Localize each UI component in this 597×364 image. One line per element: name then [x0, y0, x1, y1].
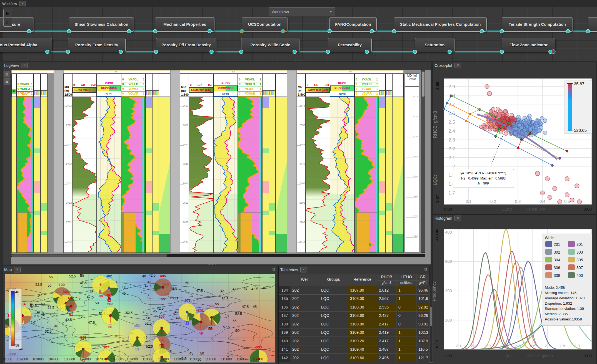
table-cell-groups[interactable]: LQC	[319, 337, 348, 345]
table-cell-gr[interactable]: 102.3	[416, 328, 429, 337]
table-cell-ref[interactable]: 3109.60	[348, 354, 377, 362]
table-cell-groups[interactable]: LQC	[319, 286, 348, 295]
table-cell-gr[interactable]: 121.7	[416, 354, 429, 362]
map-tab[interactable]: Map ✕	[4, 266, 21, 273]
table-cell-gr[interactable]: 107.9	[416, 337, 429, 345]
table-cell-litho[interactable]: 1	[396, 286, 416, 295]
logview-body[interactable]: ▤▦PHI0VKAOL10VCHLO10VEWAT1507MD [m]1:500…	[3, 70, 431, 264]
workflow-node-flow-zone-indicator[interactable]: Flow Zone Indicator	[502, 38, 555, 52]
workflows-dropdown[interactable]: Workflows ▼	[269, 7, 335, 16]
workflow-tab[interactable]: Workflow ✕	[2, 0, 26, 7]
table-cell-groups[interactable]: LQC	[319, 345, 348, 354]
map-expand-icon[interactable]: ⧉	[273, 267, 275, 271]
workflow-node-mechanical-properties[interactable]: Mechanical Properties	[155, 17, 214, 32]
tableview-expand-icon[interactable]: ⧉	[424, 267, 427, 271]
workflow-close-icon[interactable]: ✕	[19, 1, 26, 6]
workflow-node-ucscomputation[interactable]: UCSComputation	[242, 17, 288, 32]
table-cell-ref[interactable]: 3108.00	[348, 295, 377, 303]
table-cell-litho[interactable]: 0	[396, 312, 416, 320]
logview-vscrollbar[interactable]	[421, 70, 425, 253]
tableview-close-icon[interactable]: ✕	[300, 267, 307, 272]
run-workflow-button[interactable]: ▶	[3, 9, 12, 18]
workflow-node-shear-slowness-calculation[interactable]: Shear Slowness Calculation	[69, 17, 134, 32]
table-cell-litho[interactable]: 1	[396, 328, 416, 337]
table-cell-rhob[interactable]: 2.612	[377, 286, 396, 295]
table-cell-idx[interactable]: 136	[279, 303, 290, 312]
table-cell-ref[interactable]: 3109.40	[348, 345, 377, 354]
workflow-resize-handle[interactable]: ......	[295, 58, 303, 61]
logview-tool-button-1[interactable]: ▤	[4, 71, 10, 77]
step-workflow-button[interactable]: ▷	[3, 18, 12, 27]
table-cell-gr[interactable]: 93.91	[416, 320, 429, 328]
table-cell-idx[interactable]: 142	[279, 354, 290, 362]
table-vscroll-thumb[interactable]	[430, 307, 432, 326]
table-cell-groups[interactable]: LQC	[319, 303, 348, 312]
table-cell-idx[interactable]: 140	[279, 337, 290, 345]
logview-vscroll-thumb[interactable]	[422, 72, 424, 97]
table-cell-rhob[interactable]: 2.535	[377, 303, 396, 312]
table-cell-groups[interactable]: LQC	[319, 320, 348, 328]
table-cell-gr[interactable]: 96.46	[416, 286, 429, 295]
histogram-tab[interactable]: Histogram ✕	[434, 215, 461, 222]
table-cell-litho[interactable]: 1	[396, 295, 416, 303]
table-cell-groups[interactable]: LQC	[319, 354, 348, 362]
table-cell-idx[interactable]: 138	[279, 320, 290, 328]
table-cell-litho[interactable]: 1	[396, 345, 416, 354]
table-cell-idx[interactable]: 139	[279, 328, 290, 337]
table-cell-well[interactable]: 202	[290, 328, 319, 337]
table-cell-well[interactable]: 202	[290, 337, 319, 345]
workflow-node-porosity-eff-from-density[interactable]: Porosity Eff From Density	[156, 38, 216, 52]
map-body[interactable]: 5552.55047.552.5504042.54547.55052.552.5…	[5, 274, 275, 363]
table-cell-litho[interactable]: 1	[396, 337, 416, 345]
table-cell-groups[interactable]: LQC	[319, 295, 348, 303]
table-cell-well[interactable]: 202	[290, 286, 319, 295]
table-cell-rhob[interactable]: 2.487	[377, 345, 396, 354]
logview-hscrollbar[interactable]	[11, 254, 425, 257]
table-cell-ref[interactable]: 3108.30	[348, 303, 377, 312]
crossplot-body[interactable]: 2.92.82.72.62.52.42.32.22.121.91.81.70.1…	[433, 69, 596, 213]
table-cell-well[interactable]: 202	[290, 295, 319, 303]
table-cell-idx[interactable]: 135	[279, 295, 290, 303]
table-cell-rhob[interactable]: 2.495	[377, 354, 396, 362]
logview-hscroll-thumb[interactable]	[11, 254, 167, 257]
well-pie-503[interactable]: 50358	[101, 302, 119, 329]
tableview-tab[interactable]: TableView ✕	[280, 266, 307, 273]
table-cell-litho[interactable]: 1	[396, 354, 416, 362]
logview-close-icon[interactable]: ✕	[21, 63, 28, 68]
table-cell-well[interactable]: 202	[290, 345, 319, 354]
table-cell-ref[interactable]: 3108.80	[348, 320, 377, 328]
table-cell-rhob[interactable]: 2.417	[377, 320, 396, 328]
bottom-resize-handle[interactable]: ......	[208, 262, 216, 265]
table-cell-ref[interactable]: 3109.00	[348, 328, 377, 337]
workflow-node-porosity-from-density[interactable]: Porosity From Density	[68, 38, 126, 52]
table-cell-rhob[interactable]: 2.567	[377, 295, 396, 303]
workflow-node-porosity-willie-sonic[interactable]: Porosity Willie Sonic	[241, 38, 299, 52]
workflow-node-ous-potential-alpha[interactable]: ous Potential Alpha	[0, 38, 52, 52]
crossplot-tab[interactable]: Cross-plot ✕	[434, 62, 461, 69]
logview-resize-handle[interactable]: ......	[203, 258, 211, 261]
table-cell-litho[interactable]: 0	[396, 303, 416, 312]
map-close-icon[interactable]: ✕	[14, 267, 21, 272]
table-cell-idx[interactable]: 134	[279, 286, 290, 295]
well-pie-308[interactable]: 30853	[128, 324, 146, 351]
histogram-close-icon[interactable]: ✕	[454, 216, 461, 221]
table-cell-rhob[interactable]: 2.419	[377, 328, 396, 337]
table-cell-ref[interactable]: 3109.20	[348, 337, 377, 345]
table-cell-well[interactable]: 202	[290, 303, 319, 312]
table-cell-rhob[interactable]: 2.417	[377, 337, 396, 345]
table-cell-ref[interactable]: 3107.80	[348, 286, 377, 295]
table-cell-gr[interactable]: 92.82	[416, 303, 429, 312]
workflow-node-tensile-strength-computation[interactable]: Tensile Strength Computation	[502, 17, 573, 32]
histogram-body[interactable]: 2.12.22.32.42.52.62.72.82.91002003004004…	[433, 222, 596, 363]
table-cell-idx[interactable]: 141	[279, 345, 290, 354]
workflow-node-static-mechanical-properties-computation[interactable]: Static Mechanical Properties Computation	[394, 17, 487, 32]
table-vscrollbar[interactable]	[429, 286, 433, 363]
table-cell-groups[interactable]: LQC	[319, 328, 348, 337]
crossplot-close-icon[interactable]: ✕	[454, 63, 461, 68]
table-cell-idx[interactable]: 137	[279, 312, 290, 320]
table-cell-well[interactable]: 202	[290, 354, 319, 362]
table-cell-litho[interactable]: 0	[396, 320, 416, 328]
table-cell-gr[interactable]: 101.6	[416, 295, 429, 303]
workflow-node-fangcomputation[interactable]: FANGComputation	[329, 17, 377, 32]
table-cell-ref[interactable]: 3108.60	[348, 312, 377, 320]
